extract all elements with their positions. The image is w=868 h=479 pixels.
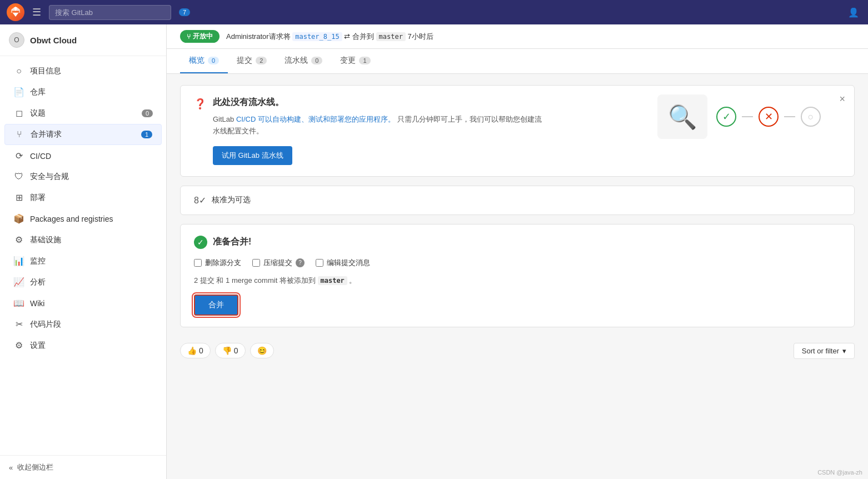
- sidebar-item-deploy[interactable]: ⊞ 部署: [4, 187, 162, 208]
- sidebar-item-snippets[interactable]: ✂ 代码片段: [4, 314, 162, 335]
- thumbs-up-button[interactable]: 👍 0: [180, 343, 211, 358]
- infra-icon: ⚙: [13, 234, 24, 245]
- repository-icon: 📄: [13, 87, 24, 97]
- tab-changes-label: 变更: [340, 56, 356, 66]
- cicd-icon: ⟳: [13, 151, 24, 161]
- pipeline-step-pending: ○: [801, 107, 821, 127]
- mr-merge-text: 合并到: [352, 32, 374, 41]
- try-pipeline-button[interactable]: 试用 GitLab 流水线: [213, 146, 292, 165]
- delete-source-branch-option[interactable]: 删除源分支: [194, 258, 241, 268]
- snippets-icon: ✂: [13, 319, 24, 330]
- mr-time-text: 7小时后: [408, 32, 433, 41]
- menu-icon[interactable]: ☰: [30, 4, 43, 21]
- monitor-icon: 📊: [13, 256, 24, 266]
- merge-button[interactable]: 合并: [194, 295, 238, 316]
- delete-source-branch-checkbox[interactable]: [194, 259, 202, 267]
- edit-commit-message-label: 编辑提交消息: [327, 258, 370, 268]
- sidebar-item-monitor[interactable]: 📊 监控: [4, 251, 162, 271]
- sidebar-item-merge-requests[interactable]: ⑂ 合并请求 1: [4, 124, 162, 145]
- sidebar-item-issues[interactable]: ◻ 议题 0: [4, 103, 162, 123]
- sidebar-item-security[interactable]: 🛡 安全与合规: [4, 167, 162, 187]
- thumbs-down-icon: 👎: [222, 346, 232, 355]
- merge-ready-title: 准备合并!: [213, 236, 251, 248]
- tab-commits[interactable]: 提交 2: [228, 49, 276, 73]
- mr-header-text: Administrator请求将 master_8_15 ⇄ 合并到 maste…: [226, 32, 433, 42]
- reviewers-card: 8✓ 核准为可选: [180, 186, 855, 215]
- chevron-left-icon: «: [9, 463, 13, 472]
- analytics-icon: 📈: [13, 277, 24, 287]
- sidebar-item-cicd[interactable]: ⟳ CI/CD: [4, 146, 162, 166]
- merge-ready-header: ✓ 准备合并!: [194, 236, 841, 249]
- content-area: ⑂ 开放中 Administrator请求将 master_8_15 ⇄ 合并到…: [167, 24, 868, 479]
- mr-merge-icon: ⇄: [344, 32, 352, 41]
- mr-source-branch: master_8_15: [292, 32, 342, 41]
- sidebar-item-settings[interactable]: ⚙ 设置: [4, 335, 162, 356]
- avatar: O: [9, 32, 24, 48]
- sidebar-collapse-label: 收起侧边栏: [17, 462, 53, 472]
- deploy-icon: ⊞: [13, 192, 24, 203]
- pipeline-card-close-button[interactable]: ×: [839, 93, 845, 105]
- merge-commit-suffix: 。: [349, 276, 356, 285]
- tab-pipelines[interactable]: 流水线 0: [276, 49, 331, 73]
- step-connector-1: [742, 116, 753, 117]
- sidebar-item-label: 仓库: [30, 87, 153, 97]
- question-icon: ❓: [194, 98, 206, 110]
- sidebar-item-repository[interactable]: 📄 仓库: [4, 82, 162, 102]
- pipeline-cicd-link[interactable]: CI/CD 可以自动构建、测试和部署您的应用程序。: [236, 115, 395, 123]
- merge-target-branch: master: [318, 276, 347, 285]
- main-layout: O Obwt Cloud ○ 项目信息 📄 仓库 ◻ 议题 0 ⑂ 合并请求 1: [0, 24, 868, 479]
- topbar-right: 👤: [846, 5, 861, 20]
- sidebar-item-label: 项目信息: [30, 66, 153, 76]
- emoji-button[interactable]: 😊: [250, 343, 274, 358]
- tab-pipelines-count: 0: [311, 57, 322, 64]
- tabs-bar: 概览 0 提交 2 流水线 0 变更 1: [167, 49, 868, 74]
- merge-commit-prefix: 2 提交 和 1 merge commit 将被添加到: [194, 276, 316, 285]
- pipeline-desc-text1: GitLab: [213, 115, 234, 123]
- sidebar: O Obwt Cloud ○ 项目信息 📄 仓库 ◻ 议题 0 ⑂ 合并请求 1: [0, 24, 167, 479]
- sidebar-collapse-btn[interactable]: « 收起侧边栏: [9, 462, 157, 472]
- gitlab-logo: [7, 3, 24, 21]
- tab-changes[interactable]: 变更 1: [331, 49, 379, 73]
- mr-status-badge: ⑂ 开放中: [180, 30, 220, 43]
- tab-overview[interactable]: 概览 0: [180, 49, 228, 73]
- pipeline-card-title: 此处没有流水线。: [213, 97, 546, 108]
- sidebar-item-label: 部署: [30, 193, 153, 203]
- search-input[interactable]: [49, 5, 171, 20]
- squash-commits-checkbox[interactable]: [252, 259, 260, 267]
- thumbs-up-count: 0: [199, 346, 203, 355]
- sidebar-item-infra[interactable]: ⚙ 基础设施: [4, 229, 162, 250]
- reactions-bar: 👍 0 👎 0 😊 Sort or filter ▾: [180, 336, 855, 361]
- merge-options: 删除源分支 压缩提交 ? 编辑提交消息: [194, 258, 841, 268]
- sidebar-item-label: 安全与合规: [30, 172, 153, 182]
- tab-commits-count: 2: [256, 57, 267, 64]
- sort-filter-button[interactable]: Sort or filter ▾: [794, 343, 855, 359]
- squash-commits-option[interactable]: 压缩提交 ?: [252, 258, 305, 268]
- thumbs-up-icon: 👍: [187, 346, 197, 355]
- edit-commit-message-checkbox[interactable]: [316, 259, 323, 267]
- tab-commits-label: 提交: [237, 56, 252, 66]
- notification-badge: 7: [179, 8, 190, 16]
- tab-overview-label: 概览: [189, 56, 204, 66]
- emoji-icon: 😊: [257, 346, 267, 355]
- sidebar-item-label: 议题: [30, 108, 136, 118]
- tab-pipelines-label: 流水线: [285, 56, 308, 66]
- sidebar-item-project-info[interactable]: ○ 项目信息: [4, 61, 162, 81]
- sidebar-item-analytics[interactable]: 📈 分析: [4, 272, 162, 292]
- thumbs-down-button[interactable]: 👎 0: [215, 343, 246, 358]
- reviewer-icon: 8✓: [194, 195, 206, 206]
- sidebar-item-packages[interactable]: 📦 Packages and registries: [4, 208, 162, 229]
- topbar-user-btn[interactable]: 👤: [846, 5, 861, 20]
- mr-status-icon: ⑂: [187, 33, 191, 41]
- topbar: ☰ 7 👤: [0, 0, 868, 24]
- sidebar-header: O Obwt Cloud: [0, 24, 166, 56]
- merge-requests-icon: ⑂: [14, 129, 25, 139]
- merge-card: ✓ 准备合并! 删除源分支 压缩提交 ? 编辑提交消息: [180, 224, 855, 327]
- squash-help-icon[interactable]: ?: [296, 258, 305, 267]
- merge-requests-badge: 1: [141, 131, 152, 138]
- squash-commits-label: 压缩提交: [263, 258, 292, 268]
- pipeline-step-fail: ✕: [759, 107, 779, 127]
- sidebar-item-label: Packages and registries: [30, 214, 153, 223]
- edit-commit-message-option[interactable]: 编辑提交消息: [316, 258, 370, 268]
- sidebar-item-wiki[interactable]: 📖 Wiki: [4, 293, 162, 313]
- sidebar-item-label: Wiki: [30, 299, 153, 308]
